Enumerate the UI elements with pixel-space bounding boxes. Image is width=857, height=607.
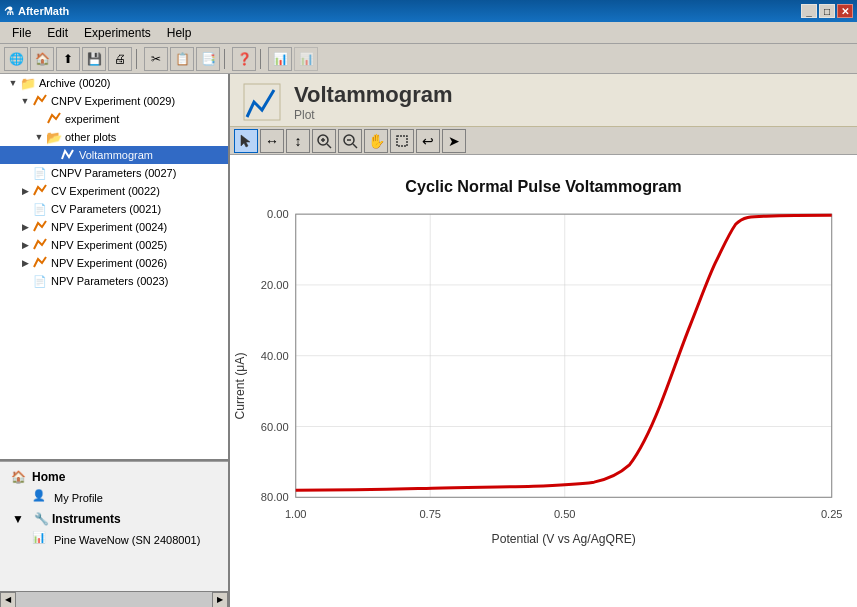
cnpv-exp-label: CNPV Experiment (0029) bbox=[51, 95, 175, 107]
tree-item-npv-024[interactable]: ▶ NPV Experiment (0024) bbox=[0, 218, 228, 236]
toolbar-copy[interactable]: 📋 bbox=[170, 47, 194, 71]
tree-item-cv-exp[interactable]: ▶ CV Experiment (0022) bbox=[0, 182, 228, 200]
tree-item-cv-params[interactable]: 📄 CV Parameters (0021) bbox=[0, 200, 228, 218]
cv-exp-icon bbox=[32, 183, 48, 199]
home-icon: 🏠 bbox=[8, 467, 28, 487]
tree-item-experiment[interactable]: experiment bbox=[0, 110, 228, 128]
voltammogram-curve bbox=[296, 215, 832, 490]
toolbar-up[interactable]: ⬆ bbox=[56, 47, 80, 71]
toolbar-print[interactable]: 🖨 bbox=[108, 47, 132, 71]
plot-tool-pan[interactable]: ✋ bbox=[364, 129, 388, 153]
app-icon: ⚗ bbox=[4, 5, 14, 18]
nav-wavenow-label: Pine WaveNow (SN 2408001) bbox=[54, 534, 200, 546]
expand-icon-archive[interactable]: ▼ bbox=[6, 76, 20, 90]
nav-profile[interactable]: 👤 My Profile bbox=[4, 488, 224, 508]
nav-instruments[interactable]: ▼ 🔧 Instruments bbox=[4, 508, 224, 530]
menu-file[interactable]: File bbox=[4, 24, 39, 42]
menu-experiments[interactable]: Experiments bbox=[76, 24, 159, 42]
x-label-025: 0.25 bbox=[821, 508, 843, 520]
expand-icon-cnpv[interactable]: ▼ bbox=[18, 94, 32, 108]
plot-tool-box-zoom[interactable] bbox=[390, 129, 414, 153]
x-label-075: 0.75 bbox=[419, 508, 441, 520]
expand-icon-cnpv-params bbox=[18, 166, 32, 180]
plot-tool-export[interactable]: ➤ bbox=[442, 129, 466, 153]
plot-tool-reset[interactable]: ↩ bbox=[416, 129, 440, 153]
scroll-right-btn[interactable]: ▶ bbox=[212, 592, 228, 608]
tree-item-npv-params[interactable]: 📄 NPV Parameters (0023) bbox=[0, 272, 228, 290]
npv-params-icon: 📄 bbox=[32, 273, 48, 289]
plot-tool-pan-h[interactable]: ↔ bbox=[260, 129, 284, 153]
npv-026-icon bbox=[32, 255, 48, 271]
close-button[interactable]: ✕ bbox=[837, 4, 853, 18]
cnpv-exp-icon bbox=[32, 93, 48, 109]
plot-title: Voltammogram bbox=[294, 82, 453, 108]
tree-item-other-plots[interactable]: ▼ 📂 other plots bbox=[0, 128, 228, 146]
other-plots-icon: 📂 bbox=[46, 129, 62, 145]
plot-header: Voltammogram Plot bbox=[230, 74, 857, 127]
plot-tool-zoom-in[interactable] bbox=[312, 129, 336, 153]
scroll-left-btn[interactable]: ◀ bbox=[0, 592, 16, 608]
archive-label: Archive (0020) bbox=[39, 77, 111, 89]
title-bar: ⚗ AfterMath _ □ ✕ bbox=[0, 0, 857, 22]
svg-line-2 bbox=[327, 144, 331, 148]
toolbar-help[interactable]: ❓ bbox=[232, 47, 256, 71]
main-layout: ▼ 📁 Archive (0020) ▼ CNPV Experiment (00… bbox=[0, 74, 857, 607]
menu-edit[interactable]: Edit bbox=[39, 24, 76, 42]
profile-icon: 👤 bbox=[32, 489, 50, 507]
expand-icon-npv-025[interactable]: ▶ bbox=[18, 238, 32, 252]
y-label-60: 60.00 bbox=[261, 421, 289, 433]
npv-026-label: NPV Experiment (0026) bbox=[51, 257, 167, 269]
archive-icon: 📁 bbox=[20, 75, 36, 91]
menu-help[interactable]: Help bbox=[159, 24, 200, 42]
expand-icon-cv-exp[interactable]: ▶ bbox=[18, 184, 32, 198]
voltammogram-icon bbox=[60, 147, 76, 163]
toolbar-new[interactable]: 🌐 bbox=[4, 47, 28, 71]
y-label-40: 40.00 bbox=[261, 350, 289, 362]
tree-item-archive[interactable]: ▼ 📁 Archive (0020) bbox=[0, 74, 228, 92]
expand-icon-npv-024[interactable]: ▶ bbox=[18, 220, 32, 234]
scroll-bar[interactable]: ◀ ▶ bbox=[0, 591, 228, 607]
nav-instruments-label: Instruments bbox=[52, 512, 121, 526]
other-plots-label: other plots bbox=[65, 131, 116, 143]
toolbar-paste[interactable]: 📑 bbox=[196, 47, 220, 71]
right-panel: Voltammogram Plot ↔ ↕ ✋ ↩ ➤ bbox=[230, 74, 857, 607]
chart-title: Cyclic Normal Pulse Voltammogram bbox=[405, 177, 682, 195]
expand-icon-other-plots[interactable]: ▼ bbox=[32, 130, 46, 144]
nav-pine-wavenow[interactable]: 📊 Pine WaveNow (SN 2408001) bbox=[4, 530, 224, 550]
maximize-button[interactable]: □ bbox=[819, 4, 835, 18]
toolbar-cut[interactable]: ✂ bbox=[144, 47, 168, 71]
tree-item-npv-026[interactable]: ▶ NPV Experiment (0026) bbox=[0, 254, 228, 272]
x-label-100: 1.00 bbox=[285, 508, 307, 520]
toolbar-chart[interactable]: 📊 bbox=[268, 47, 292, 71]
tree-item-voltammogram[interactable]: Voltammogram bbox=[0, 146, 228, 164]
plot-tool-select[interactable] bbox=[234, 129, 258, 153]
expand-icon-volt bbox=[46, 148, 60, 162]
nav-home[interactable]: 🏠 Home bbox=[4, 466, 224, 488]
minimize-button[interactable]: _ bbox=[801, 4, 817, 18]
tree-item-npv-025[interactable]: ▶ NPV Experiment (0025) bbox=[0, 236, 228, 254]
voltammogram-label: Voltammogram bbox=[79, 149, 153, 161]
npv-params-label: NPV Parameters (0023) bbox=[51, 275, 168, 287]
npv-025-icon bbox=[32, 237, 48, 253]
svg-rect-8 bbox=[397, 136, 407, 146]
plot-header-icon bbox=[242, 82, 282, 122]
toolbar-sep2 bbox=[224, 49, 228, 69]
cnpv-params-label: CNPV Parameters (0027) bbox=[51, 167, 176, 179]
cv-params-label: CV Parameters (0021) bbox=[51, 203, 161, 215]
plot-tool-zoom-out[interactable] bbox=[338, 129, 362, 153]
npv-024-label: NPV Experiment (0024) bbox=[51, 221, 167, 233]
expand-icon-exp bbox=[32, 112, 46, 126]
toolbar-home[interactable]: 🏠 bbox=[30, 47, 54, 71]
tree-item-cnpv-params[interactable]: 📄 CNPV Parameters (0027) bbox=[0, 164, 228, 182]
scroll-track[interactable] bbox=[16, 592, 212, 608]
title-bar-controls[interactable]: _ □ ✕ bbox=[801, 4, 853, 18]
plot-toolbar: ↔ ↕ ✋ ↩ ➤ bbox=[230, 127, 857, 155]
toolbar-save[interactable]: 💾 bbox=[82, 47, 106, 71]
instruments-expand-icon: ▼ bbox=[8, 509, 28, 529]
plot-tool-pan-v[interactable]: ↕ bbox=[286, 129, 310, 153]
chart-area: Cyclic Normal Pulse Voltammogram 0.00 20… bbox=[230, 155, 857, 607]
tree-item-cnpv-exp[interactable]: ▼ CNPV Experiment (0029) bbox=[0, 92, 228, 110]
cv-params-icon: 📄 bbox=[32, 201, 48, 217]
expand-icon-npv-026[interactable]: ▶ bbox=[18, 256, 32, 270]
title-bar-left: ⚗ AfterMath bbox=[4, 5, 69, 18]
